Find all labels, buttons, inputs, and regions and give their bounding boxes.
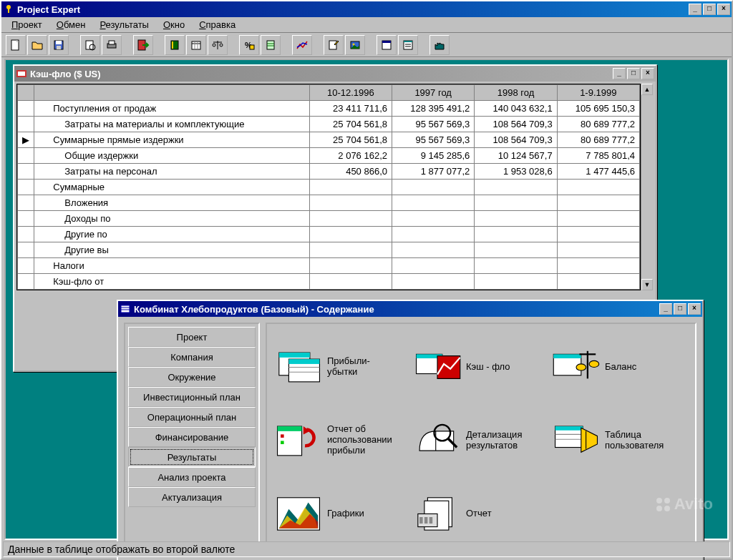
result-label: Отчет: [466, 508, 492, 519]
table-row[interactable]: Доходы по: [18, 211, 640, 227]
icon-panel: Прибыли-убыткиКэш - флоБалансОтчет обисп…: [266, 323, 696, 557]
list-icon[interactable]: [398, 35, 418, 55]
cashflow-titlebar[interactable]: Кэш-фло ($ US) _ □ ×: [14, 66, 656, 82]
print-icon[interactable]: [102, 35, 122, 55]
result-label: Кэш - фло: [466, 361, 510, 372]
save-icon[interactable]: [49, 35, 69, 55]
nav-button-6[interactable]: Результаты: [128, 447, 256, 467]
result-label: Графики: [327, 508, 364, 519]
table-row[interactable]: Затраты на персонал450 866,01 877 077,21…: [18, 164, 640, 180]
result-pictogram-icon: [413, 420, 462, 460]
status-text: Данные в таблице отображать во второй ва…: [8, 544, 235, 555]
menu-window[interactable]: Окно: [156, 18, 192, 31]
result-icon-5[interactable]: Таблицапользователя: [552, 405, 688, 476]
table-row[interactable]: Затраты на материалы и комплектующие25 7…: [18, 117, 640, 132]
close-button[interactable]: ×: [717, 4, 730, 15]
content-title: Комбинат Хлебопродуктов (Базовый) - Соде…: [134, 304, 658, 315]
svg-rect-4: [56, 41, 62, 44]
menu-results[interactable]: Результаты: [92, 18, 155, 31]
edit-doc-icon[interactable]: [324, 35, 344, 55]
chart-line-icon[interactable]: [292, 35, 312, 55]
calendar-icon[interactable]: [186, 35, 206, 55]
menu-project[interactable]: Проект: [4, 18, 49, 31]
svg-point-20: [220, 44, 223, 46]
svg-rect-63: [555, 426, 583, 431]
table-row[interactable]: Поступления от продаж23 411 711,6128 395…: [18, 101, 640, 117]
open-icon[interactable]: [27, 35, 47, 55]
statusbar: Данные в таблице отображать во второй ва…: [3, 541, 730, 557]
table-row[interactable]: Другие вы: [18, 242, 640, 258]
content-maximize-button[interactable]: □: [674, 303, 686, 315]
book-icon[interactable]: [165, 35, 185, 55]
menu-help[interactable]: Справка: [192, 18, 243, 31]
balance-icon[interactable]: [208, 35, 228, 55]
nav-button-5[interactable]: Финансирование: [128, 427, 256, 447]
svg-rect-75: [424, 517, 428, 524]
content-close-button[interactable]: ×: [688, 303, 701, 315]
result-icon-1[interactable]: Кэш - фло: [413, 331, 549, 402]
new-icon[interactable]: [6, 35, 26, 55]
nav-button-1[interactable]: Компания: [128, 347, 256, 367]
cashflow-grid[interactable]: 10-12.19961997 год1998 год1-9.1999Поступ…: [16, 84, 641, 290]
result-pictogram-icon: [413, 346, 462, 386]
vertical-scrollbar[interactable]: ▲ ▼: [641, 84, 654, 290]
cashflow-icon: [16, 68, 27, 79]
result-pictogram-icon: [274, 346, 323, 386]
content-minimize-button[interactable]: _: [659, 303, 672, 315]
svg-point-19: [213, 44, 215, 46]
factory-icon[interactable]: [429, 35, 450, 55]
cashflow-maximize-button[interactable]: □: [627, 68, 640, 79]
result-pictogram-icon: [552, 420, 601, 460]
nav-button-8[interactable]: Актуализация: [128, 487, 256, 507]
app-title: Project Expert: [17, 4, 687, 15]
result-icon-2[interactable]: Баланс: [552, 331, 688, 402]
nav-button-4[interactable]: Операционный план: [128, 407, 256, 427]
scroll-down-icon[interactable]: ▼: [641, 279, 653, 290]
svg-rect-23: [267, 41, 274, 49]
svg-rect-30: [382, 41, 391, 43]
form-icon[interactable]: [377, 35, 397, 55]
minimize-button[interactable]: _: [689, 4, 702, 15]
result-label: Отчет обиспользованииприбыли: [327, 423, 392, 456]
table-row[interactable]: Налоги: [18, 258, 640, 274]
main-titlebar[interactable]: Project Expert _ □ ×: [1, 1, 732, 17]
table-row[interactable]: Общие издержки2 076 162,29 145 285,610 1…: [18, 148, 640, 164]
result-pictogram-icon: [413, 493, 462, 534]
svg-rect-36: [18, 72, 25, 76]
exit-icon[interactable]: [133, 35, 153, 55]
mdi-workspace: Кэш-фло ($ US) _ □ × 10-12.19961997 год1…: [4, 59, 729, 540]
result-icon-4[interactable]: Детализациярезультатов: [413, 405, 549, 476]
svg-rect-9: [109, 41, 115, 44]
maximize-button[interactable]: □: [703, 4, 716, 15]
table-row[interactable]: Вложения: [18, 195, 640, 211]
menu-exchange[interactable]: Обмен: [49, 18, 93, 31]
result-label: Таблицапользователя: [605, 429, 664, 451]
sheet-icon[interactable]: [261, 35, 281, 55]
nav-button-0[interactable]: Проект: [128, 327, 256, 347]
nav-button-7[interactable]: Анализ проекта: [128, 467, 256, 487]
percent-icon[interactable]: %: [239, 35, 259, 55]
nav-button-2[interactable]: Окружение: [128, 367, 256, 387]
svg-rect-32: [404, 41, 412, 42]
nav-button-3[interactable]: Инвестиционный план: [128, 387, 256, 407]
svg-point-53: [589, 360, 599, 367]
result-icon-3[interactable]: Отчет обиспользованииприбыли: [274, 405, 410, 476]
svg-rect-12: [172, 41, 173, 49]
svg-rect-37: [121, 305, 130, 313]
picture-icon[interactable]: [345, 35, 365, 55]
svg-rect-43: [288, 359, 319, 364]
table-row[interactable]: Суммарные: [18, 180, 640, 195]
cashflow-close-button[interactable]: ×: [641, 68, 654, 79]
result-icon-6[interactable]: Графики: [274, 478, 410, 549]
table-row[interactable]: Кэш-фло от: [18, 274, 640, 290]
content-titlebar[interactable]: Комбинат Хлебопродуктов (Базовый) - Соде…: [118, 301, 702, 317]
table-row[interactable]: ▶Суммарные прямые издержки25 704 561,895…: [18, 132, 640, 148]
table-row[interactable]: Другие по: [18, 227, 640, 242]
result-icon-7[interactable]: Отчет: [413, 478, 549, 549]
scroll-up-icon[interactable]: ▲: [641, 84, 653, 95]
result-pictogram-icon: [274, 493, 323, 534]
cashflow-minimize-button[interactable]: _: [613, 68, 626, 79]
preview-icon[interactable]: [80, 35, 100, 55]
result-icon-0[interactable]: Прибыли-убытки: [274, 331, 410, 402]
svg-rect-49: [553, 354, 581, 358]
